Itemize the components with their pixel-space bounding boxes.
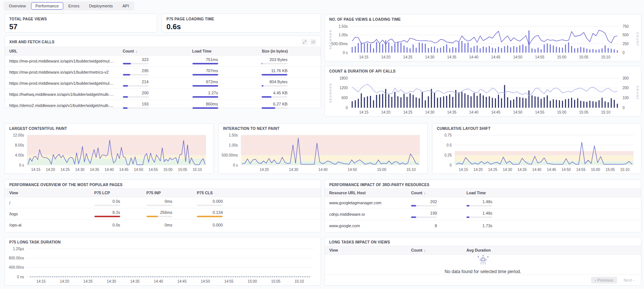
column-header[interactable]: Count↓ xyxy=(402,246,458,254)
cell-metric: 0ms xyxy=(146,223,172,227)
page-views-loading-time-chart: 0 s500.00ms1.00s1.50s025050075014:1514:2… xyxy=(327,23,639,60)
table-row[interactable]: https://mw-prod.middleware.io/api/v1/bui… xyxy=(5,56,321,67)
column-header: View xyxy=(5,189,85,197)
svg-text:14:55: 14:55 xyxy=(535,110,544,114)
column-header: Avg Duration xyxy=(458,246,641,254)
sort-desc-icon: ↓ xyxy=(135,49,137,53)
tab-errors[interactable]: Errors xyxy=(64,2,84,10)
svg-text:14:50: 14:50 xyxy=(134,168,143,172)
table-row[interactable]: cdnjs.middleware.io1991.48s xyxy=(325,209,641,220)
svg-text:15:00: 15:00 xyxy=(163,168,172,172)
page-views-loading-time-panel: NO. OF PAGE VIEWS & LOADING TIME 0 s500.… xyxy=(324,14,641,61)
table-header-row: ViewP75 LCPP75 INPP75 CLS xyxy=(5,188,321,197)
panel-actions xyxy=(299,39,316,45)
svg-text:8.00s: 8.00s xyxy=(15,143,24,147)
column-header: View xyxy=(325,246,402,254)
tab-performance[interactable]: Performance xyxy=(31,2,63,10)
svg-text:15:05: 15:05 xyxy=(271,279,280,283)
svg-text:14:50: 14:50 xyxy=(348,168,357,172)
next-page-button[interactable]: Next › xyxy=(621,278,637,283)
column-header[interactable]: Count↓ xyxy=(402,189,458,197)
table-header-row: URLCount↓Load TimeSize (in bytes) xyxy=(5,47,321,56)
cell-metric: 200 xyxy=(123,91,149,98)
svg-text:14:35: 14:35 xyxy=(447,55,456,59)
svg-text:14:50: 14:50 xyxy=(513,110,522,114)
svg-text:14:15: 14:15 xyxy=(359,110,368,114)
table-row[interactable]: https://hwhwq.middleware.io/api/v1/build… xyxy=(5,89,321,100)
cell-metric: 707ms xyxy=(192,68,218,75)
svg-text:15:00: 15:00 xyxy=(557,110,566,114)
svg-text:14:15: 14:15 xyxy=(31,168,40,172)
svg-text:0 s: 0 s xyxy=(19,163,24,167)
column-header[interactable]: Count↓ xyxy=(114,47,183,55)
svg-text:14:45: 14:45 xyxy=(547,168,556,172)
svg-text:14:30: 14:30 xyxy=(75,168,84,172)
panel-title: PERFORMANCE IMPACT OF 3RD-PARTY RESOURCE… xyxy=(329,183,429,187)
svg-text:14:30: 14:30 xyxy=(503,168,512,172)
more-options-icon[interactable] xyxy=(310,39,316,45)
svg-text:14:45: 14:45 xyxy=(177,279,186,283)
empty-state-message: No data found for selected time period. xyxy=(445,269,521,274)
panel-title: P75 LONG TASK DURATION xyxy=(9,240,61,244)
cell-label: / xyxy=(5,201,85,205)
svg-text:15:10: 15:10 xyxy=(620,168,630,172)
svg-text:15:05: 15:05 xyxy=(178,168,187,172)
xhr-fetch-calls-panel: XHR AND FETCH CALLS URLCount↓Load TimeSi… xyxy=(4,36,321,108)
cell-label: https://mw-prod.middleware.io/api/v1/bui… xyxy=(5,70,114,74)
table-row[interactable]: https://mw-prod.middleware.io/api/v1/bui… xyxy=(5,78,321,89)
column-header: P75 INP xyxy=(138,189,188,197)
svg-text:14:25: 14:25 xyxy=(403,55,412,59)
table-row[interactable]: www.googletagmanager.com2021.48s xyxy=(325,197,641,209)
tab-api[interactable]: API xyxy=(118,2,134,10)
cell-metric: 1.73s xyxy=(466,224,492,228)
svg-text:14:40: 14:40 xyxy=(469,55,478,59)
cell-metric: 202 xyxy=(411,199,437,206)
svg-text:15:10: 15:10 xyxy=(601,55,610,59)
svg-text:14:45: 14:45 xyxy=(491,55,500,59)
table-row[interactable]: https://mw-prod.middleware.io/api/v1/bui… xyxy=(5,67,321,78)
cell-metric: 1.48s xyxy=(466,211,492,218)
svg-text:15:10: 15:10 xyxy=(295,279,304,283)
svg-text:500.00ms: 500.00ms xyxy=(222,153,238,157)
sort-desc-icon: ↓ xyxy=(424,191,426,195)
svg-text:14:40: 14:40 xyxy=(469,110,478,114)
svg-text:0.5: 0.5 xyxy=(446,143,452,147)
tab-overview[interactable]: Overview xyxy=(4,2,30,10)
table-row[interactable]: https://demo2.middleware.io/api/v1/build… xyxy=(5,100,321,111)
card-title: TOTAL PAGE VIEWS xyxy=(5,14,157,21)
api-calls-panel: COUNT & DURATION OF API CALLS 0600120018… xyxy=(324,66,641,117)
svg-text:12.00s: 12.00s xyxy=(13,133,24,137)
svg-text:750: 750 xyxy=(623,24,629,28)
cell-metric: 8.2s xyxy=(94,210,120,217)
table-header-row: Resource URL HostCount↓Load Time xyxy=(325,188,641,197)
inp-chart: 0 s500.00ms1.00s1.50s14:2014:3014:4014:5… xyxy=(220,132,424,172)
svg-text:14:15: 14:15 xyxy=(36,279,45,283)
cell-metric: 295 xyxy=(123,68,149,75)
svg-text:14:25: 14:25 xyxy=(83,279,92,283)
cell-metric: 4.45 KB xyxy=(262,91,287,98)
pagination: ‹ Previous Next › xyxy=(325,275,641,285)
cell-metric: 972ms xyxy=(192,80,218,87)
table-row[interactable]: /logs8.2s256ms0.134 xyxy=(5,208,321,219)
column-header: URL xyxy=(5,47,114,55)
tab-deployments[interactable]: Deployments xyxy=(85,2,117,10)
sort-desc-icon: ↓ xyxy=(424,248,426,252)
svg-text:0 ns: 0 ns xyxy=(17,275,24,279)
expand-icon[interactable] xyxy=(301,39,308,45)
previous-page-button[interactable]: ‹ Previous xyxy=(591,277,617,283)
cls-panel: CUMULATIVE LAYOUT SHIFT 00.250.50.7514:1… xyxy=(432,123,641,174)
panel-title: PERFORMANCE OVERVIEW OF THE MOST POPULAR… xyxy=(9,183,122,187)
table-row[interactable]: www.google.com81.73s xyxy=(325,220,641,231)
p75-page-loading-time-card: P75 PAGE LOADING TIME 0.6s xyxy=(162,13,321,33)
cell-metric: 256ms xyxy=(146,210,172,217)
svg-text:14:20: 14:20 xyxy=(381,55,390,59)
svg-text:15:10: 15:10 xyxy=(601,110,610,114)
svg-text:14:30: 14:30 xyxy=(425,55,434,59)
cell-label: https://mw-prod.middleware.io/api/v1/bui… xyxy=(5,81,114,85)
svg-text:0 s: 0 s xyxy=(343,51,348,55)
cell-metric: 199 xyxy=(411,211,437,218)
table-row[interactable]: /0.0s0ms0.000 xyxy=(5,197,321,208)
table-row[interactable]: /ops-ai0.0s0ms0.000 xyxy=(5,219,321,230)
svg-text:14:40: 14:40 xyxy=(154,279,163,283)
svg-text:15:00: 15:00 xyxy=(248,279,257,283)
